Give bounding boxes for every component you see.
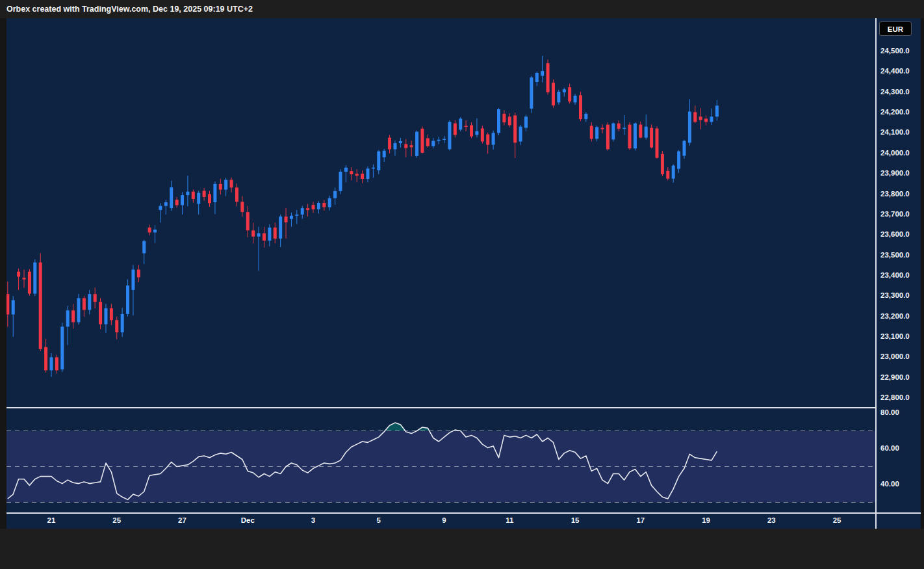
candle-up [268,228,271,241]
candle-up [448,122,451,150]
candle-up [170,187,173,208]
time-tick-label: Dec [233,516,262,524]
price-tick-label: 22,800.0 [880,393,921,401]
price-tick-label: 23,000.0 [880,352,921,360]
price-tick-label: 22,900.0 [880,373,921,381]
candlestick-pane[interactable] [6,18,875,408]
candle-up [475,131,478,135]
candle-up [164,202,168,206]
price-tick-label: 23,200.0 [880,312,921,320]
candle-down [230,180,233,188]
candle-down [410,145,413,147]
rsi-tick-label: 40.00 [880,480,921,488]
price-tick-label: 23,700.0 [880,210,921,218]
time-tick-label: 25 [103,516,131,524]
candle-down [513,115,517,142]
attribution-text: Orbex created with TradingView.com, Dec … [6,5,253,14]
candle-up [715,105,719,116]
candle-down [192,192,195,199]
candle-down [203,191,206,196]
candle-down [44,347,47,371]
price-tick-label: 23,400.0 [880,271,921,279]
candle-down [508,116,511,125]
time-tick-label: 11 [495,516,524,524]
candle-down [263,233,266,241]
candle-up [377,152,380,170]
candle-up [121,314,124,332]
candle-down [71,310,75,322]
candle-down [148,228,151,233]
candle-up [557,92,560,102]
candle-up [431,141,435,146]
price-tick-label: 24,100.0 [880,128,921,136]
pane-separator[interactable] [6,407,921,408]
candle-down [650,128,653,148]
price-tick-label: 23,800.0 [880,190,921,198]
candle-up [399,141,402,143]
candle-up [317,203,320,209]
candle-up [290,216,293,219]
candle-up [333,191,337,198]
candle-down [55,357,58,370]
candle-up [497,109,500,133]
time-tick-label: 25 [823,516,851,524]
time-tick-label: 27 [168,516,197,524]
time-tick-label: 5 [365,516,393,524]
candle-down [251,230,255,236]
candle-up [530,77,533,109]
candle-down [240,202,244,212]
candle-down [552,83,555,105]
candle-down [17,272,20,277]
candle-down [486,135,489,145]
candle-up [682,141,686,156]
time-axis[interactable]: 212527Dec359111517192325 [6,512,921,529]
candle-up [279,217,282,239]
price-axis[interactable]: EUR 24,500.024,400.024,300.024,200.024,1… [875,18,921,512]
candle-down [99,302,102,324]
candle-down [666,171,669,179]
candle-down [426,139,430,146]
candle-up [60,326,64,369]
candle-down [502,114,506,122]
candle-up [383,151,386,157]
candle-down [274,228,277,239]
candle-up [197,193,200,204]
candle-up [584,114,587,119]
candle-up [437,140,441,141]
candle-down [94,294,97,302]
time-tick-label: 3 [299,516,327,524]
price-tick-label: 24,400.0 [880,67,921,75]
rsi-pane[interactable] [6,408,875,512]
axis-corner-line [875,512,877,529]
candle-up [645,127,648,138]
time-tick-label: 17 [626,516,655,524]
price-tick-label: 23,500.0 [880,251,921,259]
candle-down [208,194,211,204]
candle-up [611,124,615,140]
candle-up [574,96,577,102]
candle-up [443,139,446,140]
candle-up [295,215,298,216]
candle-up [66,310,70,326]
candle-down [361,174,364,179]
candle-down [6,294,9,314]
candle-up [634,124,637,149]
candle-up [393,143,396,149]
candle-down [661,154,664,174]
time-tick-label: 19 [692,516,721,524]
right-margin [921,18,924,529]
candle-up [672,166,675,179]
candle-up [688,112,691,143]
price-tick-label: 24,200.0 [880,108,921,116]
price-tick-label: 23,100.0 [880,332,921,340]
candle-down [606,125,610,150]
candle-up [224,180,227,190]
candle-up [181,195,184,205]
time-tick-label: 23 [757,516,786,524]
candle-up [459,118,462,129]
candle-down [23,278,26,280]
time-tick-label: 15 [561,516,589,524]
price-tick-label: 24,300.0 [880,88,921,96]
candle-up [344,168,348,172]
candle-down [175,200,179,205]
